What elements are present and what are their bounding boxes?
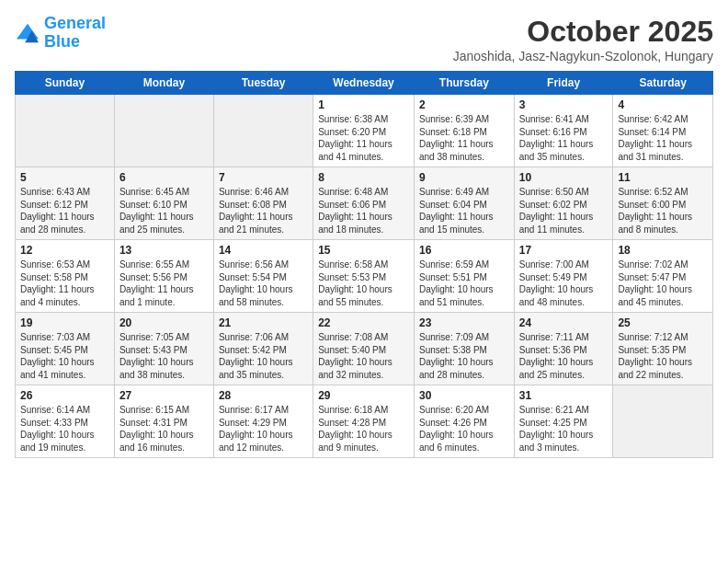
day-number: 15 [318,244,409,257]
calendar-cell: 7Sunrise: 6:46 AMSunset: 6:08 PMDaylight… [213,167,313,240]
header-day-friday: Friday [514,72,613,95]
logo-icon [15,22,40,44]
day-info: Sunrise: 7:09 AMSunset: 5:38 PMDaylight:… [419,331,509,381]
day-info: Sunrise: 7:05 AMSunset: 5:43 PMDaylight:… [119,331,209,381]
day-info: Sunrise: 7:08 AMSunset: 5:40 PMDaylight:… [318,331,409,381]
day-number: 10 [519,171,609,184]
day-info: Sunrise: 6:55 AMSunset: 5:56 PMDaylight:… [119,259,209,308]
calendar-cell [16,95,115,167]
day-info: Sunrise: 6:49 AMSunset: 6:04 PMDaylight:… [419,186,509,236]
day-number: 25 [618,316,708,329]
calendar-cell: 18Sunrise: 7:02 AMSunset: 5:47 PMDayligh… [613,240,713,313]
calendar-subtitle: Janoshida, Jasz-Nagykun-Szolonok, Hungar… [453,49,713,63]
day-info: Sunrise: 7:02 AMSunset: 5:47 PMDaylight:… [618,259,708,308]
day-info: Sunrise: 6:59 AMSunset: 5:51 PMDaylight:… [419,259,509,308]
day-info: Sunrise: 7:06 AMSunset: 5:42 PMDaylight:… [219,331,308,381]
day-info: Sunrise: 6:48 AMSunset: 6:06 PMDaylight:… [318,186,409,236]
day-number: 19 [20,316,109,329]
calendar-cell: 25Sunrise: 7:12 AMSunset: 5:35 PMDayligh… [613,313,713,385]
day-number: 17 [519,244,609,257]
day-info: Sunrise: 6:21 AMSunset: 4:25 PMDaylight:… [519,404,609,454]
day-number: 14 [219,244,308,257]
calendar-cell [613,385,713,458]
day-info: Sunrise: 6:56 AMSunset: 5:54 PMDaylight:… [219,259,308,308]
day-number: 5 [20,171,109,184]
header-day-sunday: Sunday [16,72,115,95]
calendar-cell: 28Sunrise: 6:17 AMSunset: 4:29 PMDayligh… [213,385,313,458]
calendar-cell: 11Sunrise: 6:52 AMSunset: 6:00 PMDayligh… [613,167,713,240]
calendar-cell: 5Sunrise: 6:43 AMSunset: 6:12 PMDaylight… [16,167,115,240]
calendar-cell: 10Sunrise: 6:50 AMSunset: 6:02 PMDayligh… [514,167,613,240]
header-day-saturday: Saturday [613,72,713,95]
header-day-tuesday: Tuesday [213,72,313,95]
day-info: Sunrise: 6:42 AMSunset: 6:14 PMDaylight:… [618,113,708,163]
calendar-title: October 2025 [453,15,713,49]
day-info: Sunrise: 6:38 AMSunset: 6:20 PMDaylight:… [318,113,409,163]
calendar-cell: 22Sunrise: 7:08 AMSunset: 5:40 PMDayligh… [313,313,415,385]
day-number: 24 [519,316,609,329]
day-number: 31 [519,389,609,402]
calendar-cell: 26Sunrise: 6:14 AMSunset: 4:33 PMDayligh… [16,385,115,458]
day-number: 26 [20,389,109,402]
calendar-cell: 1Sunrise: 6:38 AMSunset: 6:20 PMDaylight… [313,95,415,167]
calendar-cell: 30Sunrise: 6:20 AMSunset: 4:26 PMDayligh… [414,385,514,458]
day-info: Sunrise: 7:11 AMSunset: 5:36 PMDaylight:… [519,331,609,381]
day-info: Sunrise: 7:12 AMSunset: 5:35 PMDaylight:… [618,331,708,381]
day-number: 7 [219,171,308,184]
day-number: 20 [119,316,209,329]
day-number: 18 [618,244,708,257]
calendar-cell: 21Sunrise: 7:06 AMSunset: 5:42 PMDayligh… [213,313,313,385]
day-number: 3 [519,98,609,111]
day-info: Sunrise: 6:15 AMSunset: 4:31 PMDaylight:… [119,404,209,454]
calendar-header: SundayMondayTuesdayWednesdayThursdayFrid… [16,72,713,95]
calendar-week-1: 1Sunrise: 6:38 AMSunset: 6:20 PMDaylight… [16,95,713,167]
calendar-cell: 31Sunrise: 6:21 AMSunset: 4:25 PMDayligh… [514,385,613,458]
title-block: October 2025 Janoshida, Jasz-Nagykun-Szo… [453,15,713,63]
calendar-cell: 24Sunrise: 7:11 AMSunset: 5:36 PMDayligh… [514,313,613,385]
calendar-cell: 29Sunrise: 6:18 AMSunset: 4:28 PMDayligh… [313,385,415,458]
day-info: Sunrise: 6:20 AMSunset: 4:26 PMDaylight:… [419,404,509,454]
calendar-cell: 3Sunrise: 6:41 AMSunset: 6:16 PMDaylight… [514,95,613,167]
day-number: 30 [419,389,509,402]
calendar-cell [114,95,213,167]
day-number: 22 [318,316,409,329]
day-info: Sunrise: 6:17 AMSunset: 4:29 PMDaylight:… [219,404,308,454]
day-number: 21 [219,316,308,329]
calendar-table: SundayMondayTuesdayWednesdayThursdayFrid… [15,71,713,458]
calendar-cell: 23Sunrise: 7:09 AMSunset: 5:38 PMDayligh… [414,313,514,385]
logo: General Blue [15,15,106,52]
day-info: Sunrise: 7:00 AMSunset: 5:49 PMDaylight:… [519,259,609,308]
day-info: Sunrise: 6:52 AMSunset: 6:00 PMDaylight:… [618,186,708,236]
calendar-cell: 17Sunrise: 7:00 AMSunset: 5:49 PMDayligh… [514,240,613,313]
page-header: General Blue October 2025 Janoshida, Jas… [15,15,713,63]
day-number: 9 [419,171,509,184]
calendar-cell: 13Sunrise: 6:55 AMSunset: 5:56 PMDayligh… [114,240,213,313]
day-number: 11 [618,171,708,184]
calendar-cell: 9Sunrise: 6:49 AMSunset: 6:04 PMDaylight… [414,167,514,240]
calendar-body: 1Sunrise: 6:38 AMSunset: 6:20 PMDaylight… [16,95,713,458]
calendar-cell: 27Sunrise: 6:15 AMSunset: 4:31 PMDayligh… [114,385,213,458]
header-day-wednesday: Wednesday [313,72,415,95]
calendar-week-2: 5Sunrise: 6:43 AMSunset: 6:12 PMDaylight… [16,167,713,240]
day-number: 2 [419,98,509,111]
logo-text: General Blue [44,15,106,52]
day-info: Sunrise: 6:43 AMSunset: 6:12 PMDaylight:… [20,186,109,236]
day-info: Sunrise: 6:45 AMSunset: 6:10 PMDaylight:… [119,186,209,236]
day-number: 8 [318,171,409,184]
calendar-cell: 20Sunrise: 7:05 AMSunset: 5:43 PMDayligh… [114,313,213,385]
day-number: 4 [618,98,708,111]
day-info: Sunrise: 6:39 AMSunset: 6:18 PMDaylight:… [419,113,509,163]
day-number: 6 [119,171,209,184]
calendar-cell: 4Sunrise: 6:42 AMSunset: 6:14 PMDaylight… [613,95,713,167]
day-info: Sunrise: 6:58 AMSunset: 5:53 PMDaylight:… [318,259,409,308]
day-number: 28 [219,389,308,402]
day-number: 16 [419,244,509,257]
day-number: 27 [119,389,209,402]
header-row: SundayMondayTuesdayWednesdayThursdayFrid… [16,72,713,95]
day-info: Sunrise: 6:46 AMSunset: 6:08 PMDaylight:… [219,186,308,236]
calendar-cell: 8Sunrise: 6:48 AMSunset: 6:06 PMDaylight… [313,167,415,240]
day-info: Sunrise: 6:50 AMSunset: 6:02 PMDaylight:… [519,186,609,236]
calendar-cell: 15Sunrise: 6:58 AMSunset: 5:53 PMDayligh… [313,240,415,313]
day-number: 29 [318,389,409,402]
calendar-cell: 14Sunrise: 6:56 AMSunset: 5:54 PMDayligh… [213,240,313,313]
